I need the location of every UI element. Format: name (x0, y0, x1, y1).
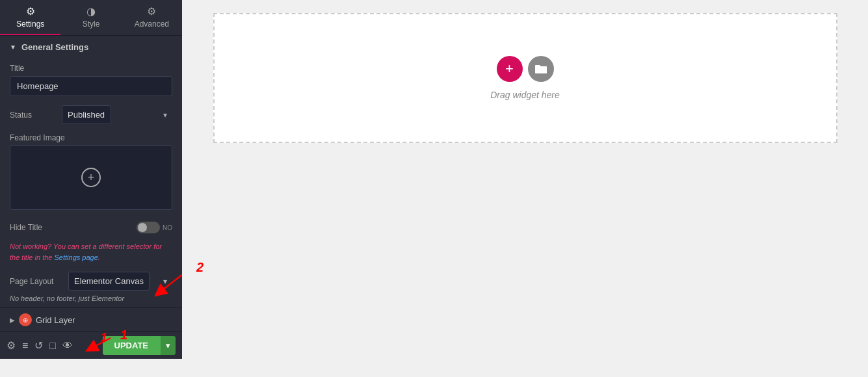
hide-title-label: Hide Title (10, 223, 137, 232)
tab-style-label: Style (83, 20, 100, 29)
general-settings-label: General Settings (21, 42, 88, 52)
hide-title-toggle[interactable]: NO (137, 222, 172, 233)
bottom-right: UPDATE ▾ (103, 336, 176, 355)
preview-icon[interactable]: 👁 (62, 340, 73, 352)
advanced-icon: ⚙ (147, 5, 156, 18)
grid-layer-section[interactable]: ▶ ⊕ Grid Layer (0, 307, 182, 332)
page-layout-select[interactable]: Elementor Canvas Default Full Width (68, 272, 150, 291)
layers-icon[interactable]: ≡ (22, 340, 28, 352)
page-layout-select-wrapper: Elementor Canvas Default Full Width (68, 272, 172, 291)
add-template-button[interactable] (528, 56, 554, 82)
settings-icon: ⚙ (26, 5, 35, 18)
tab-advanced[interactable]: ⚙ Advanced (122, 0, 182, 35)
add-section-button[interactable]: + (497, 56, 523, 82)
toggle-track[interactable] (137, 222, 160, 233)
update-arrow-button[interactable]: ▾ (160, 336, 176, 355)
page-layout-row: Page Layout Elementor Canvas Default Ful… (0, 268, 182, 293)
title-field-group: Title (0, 58, 182, 101)
title-input[interactable] (10, 76, 172, 96)
tab-style[interactable]: ◑ Style (60, 0, 121, 35)
tab-settings[interactable]: ⚙ Settings (0, 0, 60, 35)
grid-layer-arrow-icon: ▶ (10, 317, 15, 324)
hide-title-row: Hide Title NO (0, 216, 182, 239)
grid-layer-label: Grid Layer (36, 315, 75, 325)
status-label: Status (10, 110, 62, 120)
settings-page-link[interactable]: Settings page (55, 254, 98, 261)
status-row: Status Published Draft Private (0, 101, 182, 129)
toggle-thumb (138, 223, 147, 232)
bottom-left-icons: ⚙ ≡ ↺ □ 👁 (7, 339, 73, 352)
page-layout-label: Page Layout (10, 277, 68, 286)
status-select-wrapper: Published Draft Private (62, 105, 172, 124)
history-icon[interactable]: ↺ (34, 339, 43, 352)
featured-image-box[interactable]: + (10, 145, 172, 210)
section-arrow-icon: ▼ (10, 44, 16, 51)
drag-hint: Drag widget here (490, 90, 560, 100)
drop-zone-buttons: + (497, 56, 554, 82)
general-settings-header[interactable]: ▼ General Settings (0, 36, 182, 58)
grid-layer-icon: ⊕ (19, 313, 32, 326)
status-select[interactable]: Published Draft Private (62, 105, 111, 124)
canvas-area: + Drag widget here (182, 0, 868, 377)
settings-bottom-icon[interactable]: ⚙ (7, 339, 16, 352)
style-icon: ◑ (86, 5, 96, 18)
drop-zone[interactable]: + Drag widget here (213, 13, 837, 143)
info-text-part2: . (98, 254, 100, 261)
sidebar: ⚙ Settings ◑ Style ⚙ Advanced ▼ General … (0, 0, 182, 332)
tab-bar: ⚙ Settings ◑ Style ⚙ Advanced (0, 0, 182, 36)
title-label: Title (10, 64, 172, 73)
featured-image-label: Featured Image (0, 129, 182, 145)
toggle-state-label: NO (163, 224, 172, 231)
hide-title-info: Not working? You can set a different sel… (0, 239, 182, 268)
tab-advanced-label: Advanced (135, 20, 169, 29)
layout-note: No header, no footer, just Elementor (0, 293, 182, 307)
update-button[interactable]: UPDATE (103, 336, 160, 355)
add-image-button[interactable]: + (81, 168, 101, 187)
tab-settings-label: Settings (16, 20, 44, 29)
responsive-icon[interactable]: □ (49, 340, 56, 352)
bottom-bar: ⚙ ≡ ↺ □ 👁 UPDATE ▾ (0, 332, 182, 359)
